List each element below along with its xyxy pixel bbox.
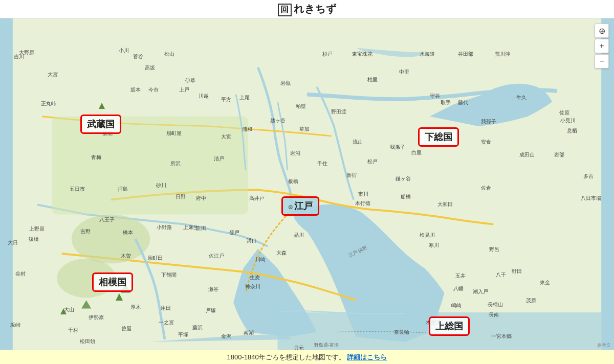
region-kazusa[interactable]: 上総国 [429, 316, 470, 336]
zoom-in-button[interactable]: + [595, 39, 609, 53]
region-edo[interactable]: ⊙ 江戸 [281, 196, 319, 216]
map-container[interactable]: 川越 岩槻 佐原 佐倉 大野原 大宮 高坂 飯能 浦和 草加 青梅 所沢 岩淵 … [0, 18, 614, 350]
region-shimosa[interactable]: 下総国 [418, 127, 459, 147]
region-sagami[interactable]: 相模国 [92, 272, 133, 292]
watermark: 参考文 [597, 342, 611, 349]
map-svg [0, 18, 614, 350]
svg-point-2 [72, 214, 150, 263]
header: 回れきちず [0, 0, 614, 18]
zoom-out-button[interactable]: − [595, 54, 609, 69]
map-controls: ⊕ + − [595, 24, 609, 69]
footer-text: 1800-1840年ごろを想定した地図です。 [227, 353, 345, 362]
footer-link[interactable]: 詳細はこちら [347, 353, 387, 362]
site-logo: 回れきちず [278, 2, 337, 16]
compass-button[interactable]: ⊕ [595, 24, 609, 38]
logo-icon: 回 [278, 4, 292, 16]
region-musashi[interactable]: 武蔵国 [80, 115, 121, 134]
footer-bar: 1800-1840年ごろを想定した地図です。 詳細はこちら [0, 350, 614, 364]
